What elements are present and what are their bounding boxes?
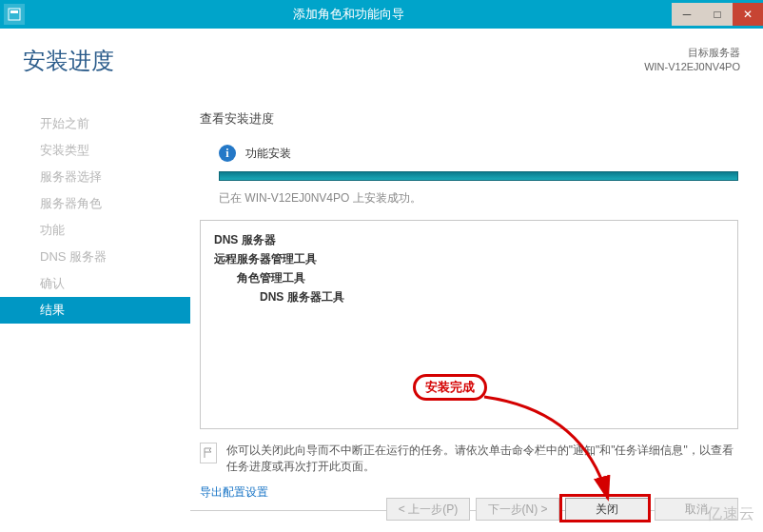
success-message: 已在 WIN-V12EJ0NV4PO 上安装成功。 xyxy=(219,190,738,207)
app-icon xyxy=(4,4,25,25)
svg-rect-1 xyxy=(10,10,18,13)
main-panel: 查看安装进度 i 功能安装 已在 WIN-V12EJ0NV4PO 上安装成功。 … xyxy=(190,82,763,501)
detail-dns-tools: DNS 服务器工具 xyxy=(260,287,724,306)
flag-icon xyxy=(200,443,217,463)
svg-rect-0 xyxy=(9,9,20,20)
minimize-button[interactable]: ─ xyxy=(672,3,702,26)
export-config-link[interactable]: 导出配置设置 xyxy=(200,484,268,501)
next-button: 下一步(N) > xyxy=(476,498,559,521)
progress-bar xyxy=(219,171,738,181)
sidebar-item-features: 功能 xyxy=(0,217,190,244)
sidebar-item-before-you-begin: 开始之前 xyxy=(0,110,190,137)
sidebar-item-confirmation: 确认 xyxy=(0,270,190,297)
page-title: 安装进度 xyxy=(23,46,114,76)
sidebar-item-results: 结果 xyxy=(0,297,190,324)
detail-dns-server: DNS 服务器 xyxy=(214,230,724,249)
sidebar-item-installation-type: 安装类型 xyxy=(0,137,190,164)
info-icon: i xyxy=(219,145,236,162)
sidebar-item-server-roles: 服务器角色 xyxy=(0,190,190,217)
target-server-value: WIN-V12EJ0NV4PO xyxy=(644,60,740,74)
watermark: 亿速云 xyxy=(707,504,755,524)
window-title: 添加角色和功能向导 xyxy=(25,6,672,23)
status-text: 功能安装 xyxy=(245,146,291,162)
target-server-box: 目标服务器 WIN-V12EJ0NV4PO xyxy=(644,46,740,74)
detail-role-tools: 角色管理工具 xyxy=(237,268,724,287)
maximize-button[interactable]: □ xyxy=(702,3,733,26)
annotation-install-complete: 安装完成 xyxy=(413,374,487,401)
close-window-button[interactable]: ✕ xyxy=(733,3,763,26)
previous-button: < 上一步(P) xyxy=(386,498,470,521)
sidebar-item-server-selection: 服务器选择 xyxy=(0,164,190,190)
wizard-sidebar: 开始之前 安装类型 服务器选择 服务器角色 功能 DNS 服务器 确认 结果 xyxy=(0,82,190,501)
progress-subtitle: 查看安装进度 xyxy=(200,110,738,128)
detail-remote-tools: 远程服务器管理工具 xyxy=(214,249,724,268)
window-titlebar: 添加角色和功能向导 ─ □ ✕ xyxy=(0,0,763,29)
sidebar-item-dns-server: DNS 服务器 xyxy=(0,244,190,270)
note-text: 你可以关闭此向导而不中断正在运行的任务。请依次单击命令栏中的"通知"和"任务详细… xyxy=(226,443,738,475)
target-server-label: 目标服务器 xyxy=(644,46,740,60)
close-button[interactable]: 关闭 xyxy=(565,498,649,521)
